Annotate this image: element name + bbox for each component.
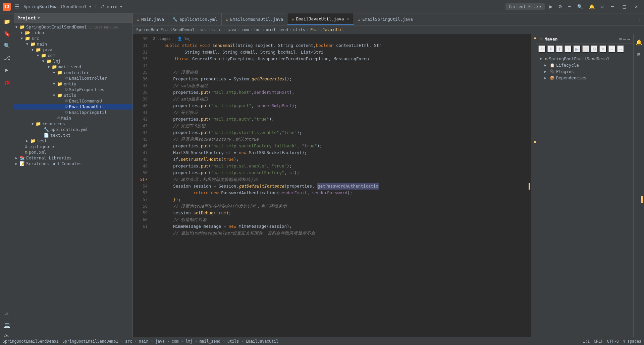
breadcrumb-com[interactable]: com [241, 27, 249, 32]
tree-item-main[interactable]: ▼ 📁 main [14, 41, 132, 47]
tree-item-utils[interactable]: ▼ 📁 utils [14, 92, 132, 98]
maven-download-btn[interactable]: ⬇ [547, 45, 554, 53]
minimize-button[interactable]: ─ [607, 3, 618, 10]
status-position[interactable]: 1:1 [583, 339, 590, 344]
maven-item-lifecycle[interactable]: ▶ 📋 Lifecycle [536, 62, 633, 68]
tab-close-button[interactable]: ✕ [346, 16, 350, 21]
settings-button[interactable]: ⚙ [556, 3, 564, 10]
maven-settings-btn[interactable]: ⚙ [591, 45, 598, 53]
tree-item-smtp-props[interactable]: © SmtpProperties [14, 87, 132, 92]
maven-item-root[interactable]: ▼ m SpringBootEmailSendDemo1 [536, 56, 633, 62]
status-indent[interactable]: 4 spaces [623, 339, 641, 344]
breadcrumb-project[interactable]: SpringBootEmailSendDemo1 [136, 27, 194, 32]
maven-upload-btn[interactable]: ⬆ [556, 45, 563, 53]
tab-email-commons[interactable]: ☕ EmailCommonsUtil.java [222, 13, 287, 25]
hamburger-menu[interactable]: ☰ [13, 2, 21, 11]
sidebar-icon-run[interactable]: ▶ [2, 64, 12, 75]
sidebar-icon-search[interactable]: 🔍 [2, 40, 12, 51]
maven-refresh-btn[interactable]: ↻ [538, 45, 546, 53]
close-button[interactable]: ✕ [631, 3, 641, 10]
maven-item-plugins[interactable]: ▶ 🔌 Plugins [536, 68, 633, 75]
tree-item-root[interactable]: ▼ 📁 SpringBootEmailSendDemo1 E:\GitHub\J… [14, 24, 132, 30]
tree-item-entiy[interactable]: ▼ 📁 entiy [14, 81, 132, 87]
tree-item-ext-libs[interactable]: ▶ 📚 External Libraries [14, 155, 132, 161]
more-button[interactable]: ⋯ [566, 3, 573, 10]
breadcrumb-lmj[interactable]: lmj [254, 27, 261, 32]
tree-item-idea[interactable]: ▶ 📂 .idea [14, 30, 132, 36]
maven-run-btn[interactable]: ▶ [573, 45, 581, 53]
maven-forward-btn[interactable]: → [617, 45, 624, 53]
tree-item-txt[interactable]: 📄 text.txt [14, 132, 132, 138]
notifications-button[interactable]: 🔔 [587, 3, 597, 10]
arrow-icon: ▼ [53, 82, 57, 86]
tree-item-gitignore[interactable]: ⊘ .gitignore [14, 144, 132, 149]
maven-add-btn[interactable]: + [565, 45, 572, 53]
maven-back-btn[interactable]: ← [608, 45, 615, 53]
tree-item-email-controller[interactable]: © EmailController [14, 75, 132, 81]
breadcrumb-status[interactable]: SpringBootEmailSendDemo1 › src › main › … [133, 339, 278, 344]
maximize-button[interactable]: □ [620, 3, 630, 10]
tree-item-resources[interactable]: ▼ 📁 resources [14, 121, 132, 127]
settings2-button[interactable]: ⚙ [599, 3, 605, 10]
run-button[interactable]: ▶ [547, 3, 555, 10]
tree-item-email-javax[interactable]: © EmailJavaxUtil [14, 104, 132, 110]
tree-item-com[interactable]: ▼ 📁 com [14, 53, 132, 58]
status-encoding[interactable]: UTF-8 [607, 339, 619, 344]
java-file2-icon: ☕ [226, 17, 228, 22]
sidebar-icon-git[interactable]: ⎇ [2, 52, 12, 63]
maven-icon: m [540, 36, 542, 42]
breadcrumb-src[interactable]: src [200, 27, 207, 32]
tab-overflow-button[interactable]: ⋮ [634, 13, 644, 25]
maven-stop-btn[interactable]: ⬜ [582, 45, 589, 53]
tree-item-src[interactable]: ▼ 📁 src [14, 36, 132, 41]
sidebar-icon-terminal[interactable]: 💻 [2, 320, 12, 330]
email-javax-icon: © [65, 104, 68, 109]
maven-close-icon[interactable]: ← [623, 37, 626, 42]
breadcrumb-file[interactable]: EmailJavaxUtil [310, 27, 344, 32]
tab-email-spring[interactable]: ☕ EmailSpringUtil.java [354, 13, 417, 25]
tree-item-lmj[interactable]: ▼ 📁 lmj [14, 58, 132, 64]
sidebar-icon-project[interactable]: 📁 [2, 16, 12, 27]
ln-35: 35 [133, 69, 148, 76]
project-name[interactable]: SpringBootEmailSendDemo1 [23, 4, 87, 9]
tree-item-email-commons[interactable]: © EmailCommonsU [14, 98, 132, 104]
right-icon-maven-expand[interactable]: ⊞ [634, 49, 644, 60]
tree-item-test[interactable]: ▶ 📁 test [14, 138, 132, 144]
maven-more-icon[interactable]: → [627, 37, 630, 42]
tab-email-javax[interactable]: ☕ EmailJavaxUtil.java ✕ [287, 13, 354, 25]
breadcrumb-main[interactable]: main [212, 27, 222, 32]
maven-item-dependencies[interactable]: ▶ 📦 Dependencies [536, 75, 633, 81]
tree-item-scratches[interactable]: ▶ 📝 Scratches and Consoles [14, 161, 132, 166]
ln-44: 44 [133, 129, 148, 136]
tree-item-email-spring[interactable]: © EmailSpringUtil [14, 110, 132, 115]
breadcrumb-utils[interactable]: utils [293, 27, 305, 32]
status-crlf[interactable]: CRLF [594, 339, 603, 344]
breadcrumb-sep5: › [250, 27, 253, 32]
run-config-dropdown[interactable]: Current File ▼ [505, 3, 545, 10]
pom-label: pom.xml [29, 150, 47, 155]
project-header[interactable]: Project ▼ [14, 13, 132, 23]
code-editor[interactable]: 2 usages 👤 lmj public static void sendEm… [150, 34, 531, 345]
tab-main-java[interactable]: ☕ Main.java [133, 13, 168, 25]
tree-item-java[interactable]: ▼ 📁 java [14, 47, 132, 53]
right-icon-notifications[interactable]: 🔔 [634, 37, 644, 48]
tree-item-main-class[interactable]: © Main [14, 115, 132, 121]
maven-remove-btn[interactable]: ✕ [599, 45, 607, 53]
sidebar-icon-debug[interactable]: 🐞 [2, 76, 12, 87]
code-line-47: sf.setTrustAllHosts(true); [150, 156, 531, 163]
breadcrumb-mailsend[interactable]: mail_send [266, 27, 288, 32]
sidebar-icon-bookmark[interactable]: 🔖 [2, 28, 12, 39]
tree-item-appyml[interactable]: 🔧 application.yml [14, 127, 132, 132]
tree-item-controller[interactable]: ▼ 📁 controller [14, 70, 132, 75]
branch-name[interactable]: main [107, 4, 117, 9]
tab-application-yml[interactable]: 🔧 application.yml [168, 13, 222, 25]
maven-expand-icon[interactable]: ⊞ [620, 37, 622, 42]
search-button[interactable]: 🔍 [575, 3, 585, 10]
breadcrumb-java[interactable]: java [227, 27, 236, 32]
arrow-icon: ▼ [32, 48, 36, 52]
tree-item-pom[interactable]: m pom.xml [14, 149, 132, 155]
tree-item-mail-send[interactable]: ▼ 📁 mail_send [14, 64, 132, 70]
arrow-icon: ▶ [26, 139, 30, 143]
sidebar-icon-problems[interactable]: ⚠ [2, 307, 12, 318]
arrow-icon: ▶ [21, 31, 25, 34]
